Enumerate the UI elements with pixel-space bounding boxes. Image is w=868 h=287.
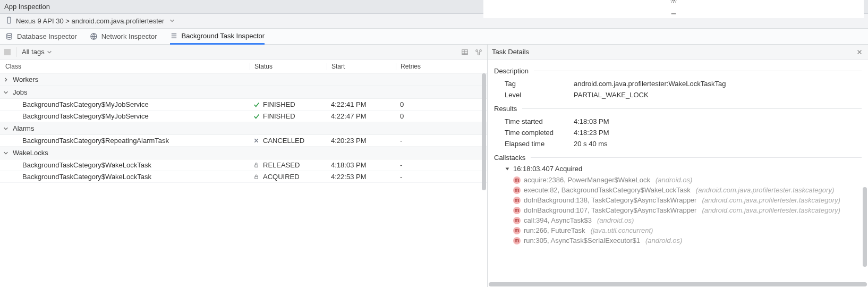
svg-rect-2 [7, 17, 11, 23]
kv-time-completed: Time completed 4:18:23 PM [494, 127, 862, 138]
cell-start: 4:20:23 PM [327, 137, 396, 145]
chevron-down-icon [3, 150, 10, 156]
cell-class: BackgroundTaskCategory$MyJobService [0, 100, 250, 108]
column-status[interactable]: Status [250, 63, 327, 70]
frame-pkg: (android.com.java.profilertester.taskcat… [696, 186, 834, 194]
chevron-down-icon [3, 90, 10, 95]
kv-key: Time completed [505, 129, 574, 137]
table-row[interactable]: BackgroundTaskCategory$WakeLockTask ACQU… [0, 171, 487, 183]
device-icon [5, 16, 13, 26]
table-row[interactable]: BackgroundTaskCategory$MyJobService FINI… [0, 99, 487, 111]
kv-elapsed: Elapsed time 20 s 40 ms [494, 138, 862, 149]
kv-value: 4:18:23 PM [574, 129, 862, 137]
close-icon[interactable] [855, 48, 864, 56]
svg-marker-24 [506, 167, 509, 170]
cell-class: BackgroundTaskCategory$WakeLockTask [0, 161, 250, 169]
column-start[interactable]: Start [327, 63, 396, 70]
frame-main: run:266, FutureTask [524, 226, 585, 234]
cell-retries: 0 [396, 100, 487, 108]
method-badge-icon: m [513, 207, 521, 214]
tab-label: Network Inspector [101, 32, 157, 40]
details-hscrollbar[interactable] [488, 282, 868, 287]
cell-status: FINISHED [263, 112, 295, 120]
stop-button[interactable] [4, 49, 11, 55]
group-label: WakeLocks [13, 149, 48, 157]
tab-database-inspector[interactable]: Database Inspector [5, 29, 77, 45]
cell-class: BackgroundTaskCategory$MyJobService [0, 112, 250, 120]
frame-pkg: (android.os) [656, 176, 692, 184]
cross-icon [253, 137, 260, 144]
method-badge-icon: m [513, 187, 521, 194]
callstack-toggle[interactable]: 16:18:03.407 Acquired [494, 165, 862, 173]
method-badge-icon: m [513, 217, 521, 224]
cell-retries: - [396, 161, 487, 169]
stack-frame[interactable]: mcall:394, AsyncTask$3(android.os) [494, 215, 862, 225]
stack-frame[interactable]: mdoInBackground:138, TaskCategory$AsyncT… [494, 195, 862, 205]
device-selector[interactable]: Nexus 9 API 30 > android.com.java.profil… [16, 17, 164, 25]
group-label: Workers [13, 75, 38, 83]
group-jobs[interactable]: Jobs [0, 86, 487, 99]
chevron-down-icon[interactable] [169, 17, 175, 25]
chevron-right-icon [3, 77, 10, 82]
task-list-toolbar: All tags [0, 45, 487, 60]
kv-tag: Tag android.com.java.profilertester:Wake… [494, 78, 862, 89]
table-row[interactable]: BackgroundTaskCategory$RepeatingAlarmTas… [0, 135, 487, 147]
cell-status: ACQUIRED [263, 173, 300, 181]
stack-frame[interactable]: macquire:2386, PowerManager$WakeLock(and… [494, 175, 862, 185]
stack-frame[interactable]: mdoInBackground:107, TaskCategory$AsyncT… [494, 205, 862, 215]
stack-frame[interactable]: mrun:266, FutureTask(java.util.concurren… [494, 225, 862, 235]
task-list-panel: All tags Class Status Start Retries Work… [0, 45, 488, 287]
frame-main: doInBackground:107, TaskCategory$AsyncTa… [524, 206, 696, 214]
stack-frame[interactable]: mrun:305, AsyncTask$SerialExecutor$1(and… [494, 235, 862, 246]
cell-status: FINISHED [263, 100, 295, 108]
kv-key: Tag [505, 80, 574, 88]
tab-network-inspector[interactable]: Network Inspector [90, 29, 157, 45]
toolbar-divider [16, 47, 16, 57]
cell-start: 4:18:03 PM [327, 161, 396, 169]
graph-view-icon[interactable] [474, 48, 483, 56]
details-scrollbar[interactable] [862, 60, 868, 282]
stack-frame[interactable]: mexecute:82, BackgroundTaskCategory$Wake… [494, 185, 862, 195]
task-details-header: Task Details [488, 45, 868, 60]
column-class[interactable]: Class [0, 63, 250, 70]
section-description: Description [494, 67, 862, 75]
tab-label: Database Inspector [17, 32, 77, 40]
frame-main: call:394, AsyncTask$3 [524, 216, 592, 224]
table-row[interactable]: BackgroundTaskCategory$MyJobService FINI… [0, 111, 487, 122]
table-scrollbar[interactable] [481, 73, 487, 287]
tag-filter-dropdown[interactable]: All tags [22, 48, 52, 56]
group-alarms[interactable]: Alarms [0, 122, 487, 135]
minimize-icon[interactable] [669, 10, 678, 18]
kv-value: 4:18:03 PM [574, 117, 862, 125]
frame-pkg: (android.com.java.profilertester.taskcat… [702, 206, 840, 214]
cell-retries: 0 [396, 112, 487, 120]
lock-open-icon [253, 162, 260, 168]
table-view-icon[interactable] [461, 48, 469, 56]
svg-rect-9 [462, 49, 468, 54]
task-table-body: Workers Jobs BackgroundTaskCategory$MyJo… [0, 73, 487, 287]
svg-point-13 [476, 49, 478, 52]
section-label: Callstacks [494, 154, 525, 162]
svg-point-0 [673, 0, 675, 1]
task-details-panel: Task Details Description Tag android.com… [488, 45, 868, 287]
frame-main: execute:82, BackgroundTaskCategory$WakeL… [524, 186, 691, 194]
device-name: Nexus 9 API 30 [16, 17, 64, 25]
cell-start: 4:22:53 PM [327, 173, 396, 181]
group-wakelocks[interactable]: WakeLocks [0, 147, 487, 159]
group-workers[interactable]: Workers [0, 73, 487, 86]
table-row[interactable]: BackgroundTaskCategory$WakeLockTask RELE… [0, 159, 487, 171]
inspector-tabs: Database Inspector Network Inspector Bac… [0, 29, 868, 45]
method-badge-icon: m [513, 176, 521, 184]
cell-start: 4:22:41 PM [327, 100, 396, 108]
tab-background-task-inspector[interactable]: Background Task Inspector [170, 29, 265, 45]
column-retries[interactable]: Retries [396, 63, 487, 70]
svg-rect-21 [255, 176, 258, 179]
cell-status: RELEASED [263, 161, 300, 169]
cell-class: BackgroundTaskCategory$WakeLockTask [0, 173, 250, 181]
gear-icon[interactable] [669, 0, 678, 4]
kv-level: Level PARTIAL_WAKE_LOCK [494, 89, 862, 100]
kv-value: PARTIAL_WAKE_LOCK [574, 91, 862, 99]
tag-filter-label: All tags [22, 48, 45, 56]
group-label: Jobs [13, 88, 27, 96]
kv-value: android.com.java.profilertester:WakeLock… [574, 80, 862, 88]
